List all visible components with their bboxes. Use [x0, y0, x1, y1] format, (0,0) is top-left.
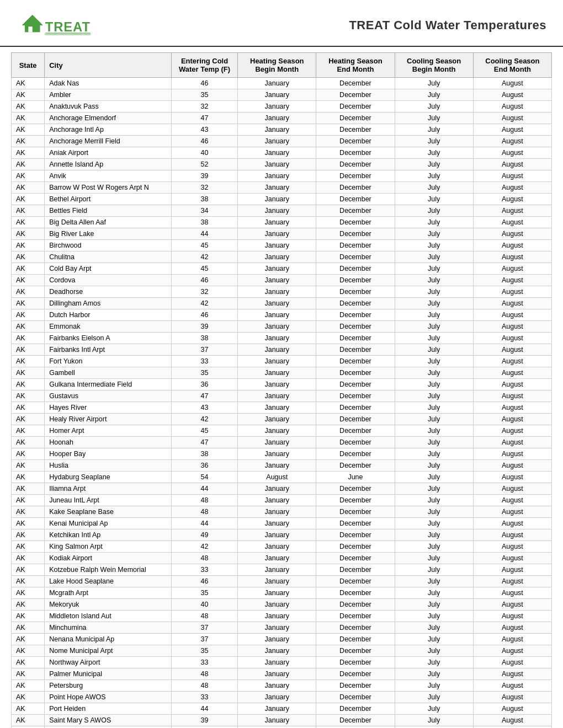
table-row: AKMinchumina37JanuaryDecemberJulyAugust — [12, 622, 552, 634]
table-row: AKIliamna Arpt44JanuaryDecemberJulyAugus… — [12, 483, 552, 495]
cell-2: 36 — [171, 460, 237, 472]
table-row: AKJuneau IntL Arpt48JanuaryDecemberJulyA… — [12, 495, 552, 506]
cell-6: August — [473, 298, 551, 309]
cell-3: January — [238, 344, 316, 356]
col-header-state: State — [12, 53, 45, 78]
cell-2: 45 — [171, 425, 237, 437]
cell-2: 42 — [171, 414, 237, 425]
table-row: AKAnchorage Merrill Field46JanuaryDecemb… — [12, 136, 552, 147]
cell-6: August — [473, 136, 551, 147]
cell-0: AK — [12, 483, 45, 495]
cell-5: July — [395, 611, 473, 622]
cell-6: August — [473, 402, 551, 414]
cell-6: August — [473, 518, 551, 529]
cell-4: December — [316, 182, 395, 194]
cell-6: August — [473, 217, 551, 228]
table-row: AKNorthway Airport33JanuaryDecemberJulyA… — [12, 657, 552, 668]
cell-6: August — [473, 356, 551, 367]
cell-2: 36 — [171, 379, 237, 390]
table-row: AKChulitna42JanuaryDecemberJulyAugust — [12, 251, 552, 263]
cell-6: August — [473, 101, 551, 113]
table-row: AKBig River Lake44JanuaryDecemberJulyAug… — [12, 228, 552, 240]
table-row: AKBig Delta Allen Aaf38JanuaryDecemberJu… — [12, 217, 552, 228]
cell-4: December — [316, 240, 395, 251]
cell-2: 38 — [171, 448, 237, 460]
cell-3: January — [238, 309, 316, 321]
cell-4: December — [316, 379, 395, 390]
cell-3: January — [238, 240, 316, 251]
col-header-hs-end: Heating SeasonEnd Month — [316, 53, 395, 78]
cell-5: July — [395, 101, 473, 113]
cell-4: December — [316, 217, 395, 228]
cell-2: 35 — [171, 645, 237, 657]
table-row: AKBirchwood45JanuaryDecemberJulyAugust — [12, 240, 552, 251]
table-row: AKHuslia36JanuaryDecemberJulyAugust — [12, 460, 552, 472]
cell-6: August — [473, 321, 551, 333]
cell-2: 46 — [171, 726, 237, 729]
cell-3: January — [238, 159, 316, 170]
cell-5: July — [395, 124, 473, 136]
cell-0: AK — [12, 356, 45, 367]
cell-6: August — [473, 703, 551, 715]
cell-1: Birchwood — [45, 240, 172, 251]
cell-4: December — [316, 495, 395, 506]
cell-3: January — [238, 506, 316, 518]
cell-1: Bettles Field — [45, 205, 172, 217]
cell-0: AK — [12, 263, 45, 275]
cell-5: July — [395, 668, 473, 680]
cell-3: January — [238, 611, 316, 622]
cell-5: July — [395, 194, 473, 205]
cell-4: December — [316, 298, 395, 309]
table-row: AKDutch Harbor46JanuaryDecemberJulyAugus… — [12, 309, 552, 321]
cell-3: January — [238, 78, 316, 89]
cell-3: January — [238, 263, 316, 275]
table-row: AKAniak Airport40JanuaryDecemberJulyAugu… — [12, 147, 552, 159]
cell-3: January — [238, 321, 316, 333]
svg-text:TREAT: TREAT — [45, 19, 91, 34]
cell-6: August — [473, 437, 551, 448]
cell-5: July — [395, 448, 473, 460]
cell-6: August — [473, 251, 551, 263]
cell-0: AK — [12, 622, 45, 634]
cell-4: December — [316, 113, 395, 124]
cell-5: July — [395, 390, 473, 402]
cell-1: Sand Point — [45, 726, 172, 729]
cell-1: Annette Island Ap — [45, 159, 172, 170]
cell-2: 48 — [171, 611, 237, 622]
cell-2: 52 — [171, 159, 237, 170]
cell-0: AK — [12, 564, 45, 576]
cell-2: 46 — [171, 309, 237, 321]
cell-0: AK — [12, 298, 45, 309]
cell-1: Dillingham Amos — [45, 298, 172, 309]
cell-5: July — [395, 692, 473, 703]
cell-0: AK — [12, 333, 45, 344]
cell-6: August — [473, 553, 551, 564]
cell-5: July — [395, 356, 473, 367]
cell-0: AK — [12, 136, 45, 147]
cell-6: August — [473, 622, 551, 634]
cell-0: AK — [12, 182, 45, 194]
cell-4: December — [316, 136, 395, 147]
cell-4: December — [316, 703, 395, 715]
table-row: AKFairbanks Intl Arpt37JanuaryDecemberJu… — [12, 344, 552, 356]
cell-4: December — [316, 101, 395, 113]
cell-2: 35 — [171, 89, 237, 101]
cell-5: July — [395, 541, 473, 553]
cell-3: January — [238, 576, 316, 587]
cell-4: December — [316, 553, 395, 564]
cell-2: 37 — [171, 344, 237, 356]
cell-3: January — [238, 147, 316, 159]
cell-0: AK — [12, 379, 45, 390]
cell-1: Kodiak Airport — [45, 553, 172, 564]
cell-2: 46 — [171, 576, 237, 587]
cell-6: August — [473, 611, 551, 622]
cell-1: Homer Arpt — [45, 425, 172, 437]
cell-5: July — [395, 182, 473, 194]
cell-1: Hayes River — [45, 402, 172, 414]
cell-5: July — [395, 553, 473, 564]
table-row: AKHoonah47JanuaryDecemberJulyAugust — [12, 437, 552, 448]
cell-4: December — [316, 390, 395, 402]
cell-6: August — [473, 448, 551, 460]
cell-0: AK — [12, 703, 45, 715]
cell-1: King Salmon Arpt — [45, 541, 172, 553]
